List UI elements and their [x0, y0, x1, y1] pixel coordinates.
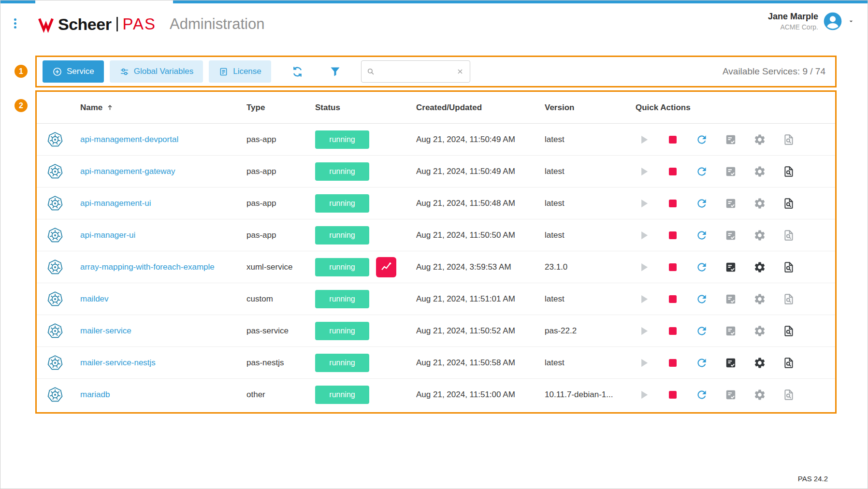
stop-button[interactable]	[665, 387, 681, 403]
gear-icon	[753, 388, 766, 401]
column-header-created: Created/Updated	[416, 103, 545, 113]
sort-asc-icon[interactable]	[106, 103, 114, 112]
settings-button[interactable]	[752, 227, 768, 244]
table-row: api-management-devportal pas-app running…	[37, 124, 835, 156]
start-button[interactable]	[636, 291, 652, 307]
filter-button[interactable]	[325, 61, 346, 82]
stop-button[interactable]	[665, 291, 681, 307]
restart-button[interactable]	[694, 131, 710, 148]
service-version: 10.11.7-debian-1...	[545, 390, 632, 400]
stop-button[interactable]	[665, 259, 681, 275]
logs-button[interactable]	[723, 131, 739, 148]
settings-button[interactable]	[752, 323, 768, 339]
restart-button[interactable]	[694, 291, 710, 307]
restart-button[interactable]	[694, 163, 710, 180]
logs-button[interactable]	[723, 259, 739, 275]
service-name-link[interactable]: mariadb	[80, 390, 110, 399]
start-button[interactable]	[636, 163, 652, 180]
start-button[interactable]	[636, 323, 652, 339]
doc-preview-button[interactable]	[781, 323, 797, 339]
refresh-button[interactable]	[288, 61, 308, 82]
restart-button[interactable]	[694, 259, 710, 275]
add-service-button[interactable]: Service	[43, 60, 104, 83]
settings-button[interactable]	[752, 259, 768, 275]
service-name-link[interactable]: mailer-service-nestjs	[80, 358, 156, 367]
settings-button[interactable]	[752, 163, 768, 180]
document-search-icon	[782, 357, 795, 369]
document-search-icon	[782, 325, 795, 337]
logs-button[interactable]	[723, 323, 739, 339]
service-icon-cell	[37, 259, 80, 276]
avatar-icon[interactable]	[823, 12, 842, 31]
restart-button[interactable]	[694, 387, 710, 403]
service-name-link[interactable]: mailer-service	[80, 326, 131, 335]
restart-button[interactable]	[694, 227, 710, 244]
start-button[interactable]	[636, 195, 652, 212]
restart-button[interactable]	[694, 195, 710, 212]
quick-actions-cell	[632, 131, 835, 148]
doc-preview-button[interactable]	[781, 227, 797, 244]
restart-icon	[695, 229, 708, 242]
settings-button[interactable]	[752, 131, 768, 148]
stop-button[interactable]	[665, 131, 681, 148]
start-button[interactable]	[636, 227, 652, 244]
license-button[interactable]: License	[209, 60, 271, 83]
doc-preview-button[interactable]	[781, 131, 797, 148]
service-created: Aug 21, 2024, 11:51:00 AM	[416, 390, 545, 400]
service-name-link[interactable]: api-manager-ui	[80, 230, 135, 240]
play-icon	[637, 133, 650, 146]
clear-search-icon[interactable]	[455, 67, 465, 76]
restart-icon	[695, 325, 708, 337]
global-variables-label: Global Variables	[134, 67, 193, 76]
global-variables-button[interactable]: Global Variables	[110, 60, 203, 83]
restart-button[interactable]	[694, 355, 710, 371]
service-version: latest	[545, 199, 632, 208]
start-button[interactable]	[636, 259, 652, 275]
stop-button[interactable]	[665, 355, 681, 371]
doc-preview-button[interactable]	[781, 259, 797, 275]
doc-preview-button[interactable]	[781, 163, 797, 180]
stop-button[interactable]	[665, 195, 681, 212]
service-name-cell: api-manager-ui	[80, 230, 246, 240]
logs-button[interactable]	[723, 355, 739, 371]
settings-button[interactable]	[752, 291, 768, 307]
service-name-link[interactable]: api-management-gateway	[80, 167, 175, 176]
start-button[interactable]	[636, 131, 652, 148]
service-name-link[interactable]: api-management-ui	[80, 199, 151, 208]
document-search-icon	[782, 293, 795, 305]
logs-button[interactable]	[723, 387, 739, 403]
logs-button[interactable]	[723, 291, 739, 307]
stop-button[interactable]	[665, 163, 681, 180]
start-button[interactable]	[636, 355, 652, 371]
menu-kebab-icon[interactable]	[13, 16, 17, 31]
stop-button[interactable]	[665, 323, 681, 339]
service-name-link[interactable]: maildev	[80, 294, 109, 303]
page-title: Administration	[170, 15, 264, 33]
service-version: latest	[545, 358, 632, 368]
chevron-down-icon[interactable]	[847, 17, 855, 25]
stop-button[interactable]	[665, 227, 681, 244]
start-button[interactable]	[636, 387, 652, 403]
doc-preview-button[interactable]	[781, 355, 797, 371]
monitoring-badge[interactable]	[376, 257, 396, 277]
logs-button[interactable]	[723, 227, 739, 244]
logs-button[interactable]	[723, 163, 739, 180]
doc-preview-button[interactable]	[781, 195, 797, 212]
search-input[interactable]	[379, 67, 451, 76]
doc-preview-button[interactable]	[781, 291, 797, 307]
column-header-name[interactable]: Name	[80, 103, 102, 113]
restart-button[interactable]	[694, 323, 710, 339]
settings-button[interactable]	[752, 387, 768, 403]
log-checklist-icon	[724, 293, 737, 305]
service-name-link[interactable]: array-mapping-with-foreach-example	[80, 262, 215, 272]
service-icon-cell	[37, 386, 80, 403]
service-icon-cell	[37, 131, 80, 148]
product-name: PAS	[122, 15, 156, 33]
user-menu[interactable]: Jane Marple ACME Corp.	[768, 12, 855, 31]
settings-button[interactable]	[752, 195, 768, 212]
service-name-link[interactable]: api-management-devportal	[80, 135, 178, 144]
doc-preview-button[interactable]	[781, 387, 797, 403]
settings-button[interactable]	[752, 355, 768, 371]
service-created: Aug 21, 2024, 11:51:01 AM	[416, 294, 545, 304]
logs-button[interactable]	[723, 195, 739, 212]
